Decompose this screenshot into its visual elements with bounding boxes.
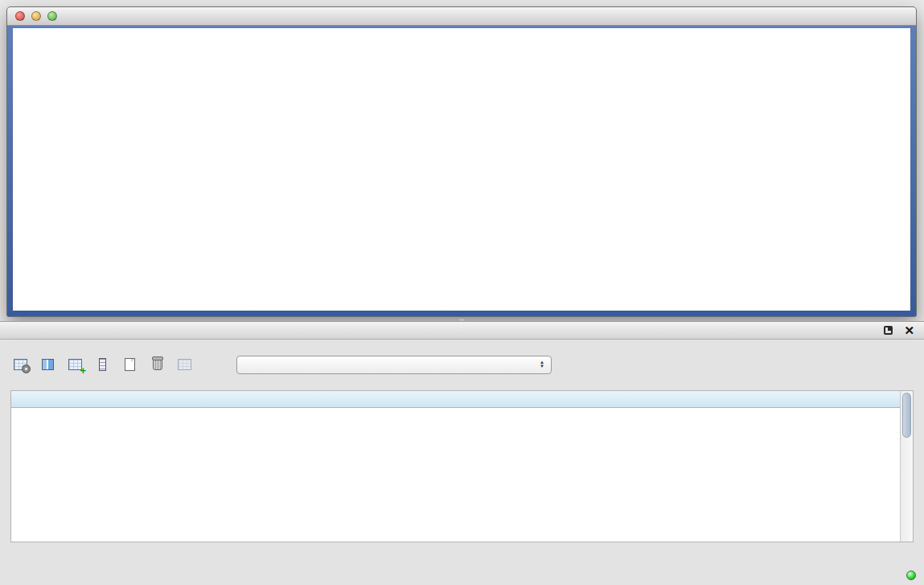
new-file-icon[interactable] <box>119 354 141 376</box>
memory-status-indicator[interactable] <box>906 571 916 580</box>
delete-icon[interactable] <box>146 354 168 376</box>
network-canvas[interactable] <box>13 28 910 311</box>
row-options-icon[interactable] <box>92 354 113 376</box>
close-window-button[interactable] <box>15 11 25 21</box>
network-window <box>6 6 917 317</box>
create-column-icon[interactable] <box>64 354 86 376</box>
traffic-lights <box>15 11 57 21</box>
zoom-window-button[interactable] <box>47 11 57 21</box>
close-panel-icon[interactable]: ✕ <box>904 324 914 336</box>
table-toolbar: ▲▼ <box>10 352 552 377</box>
table-select-dropdown[interactable]: ▲▼ <box>236 356 552 374</box>
scrollbar-thumb[interactable] <box>902 393 911 438</box>
float-panel-icon[interactable] <box>884 326 893 335</box>
import-table-icon[interactable] <box>174 354 195 376</box>
table-scrollbar[interactable] <box>900 391 913 542</box>
window-titlebar[interactable] <box>7 7 916 26</box>
table-panel-header: ✕ <box>0 321 924 340</box>
minimize-window-button[interactable] <box>31 11 41 21</box>
status-bar <box>901 566 924 585</box>
show-columns-icon[interactable] <box>37 354 59 376</box>
network-view-frame <box>7 26 916 316</box>
node-table <box>10 390 914 542</box>
table-mode-icon[interactable] <box>10 354 31 376</box>
network-svg[interactable] <box>13 28 910 311</box>
table-panel-body: ▲▼ <box>0 340 924 585</box>
table-header-row <box>11 391 900 408</box>
dropdown-arrows-icon: ▲▼ <box>540 360 544 369</box>
function-builder-button[interactable] <box>201 354 223 376</box>
